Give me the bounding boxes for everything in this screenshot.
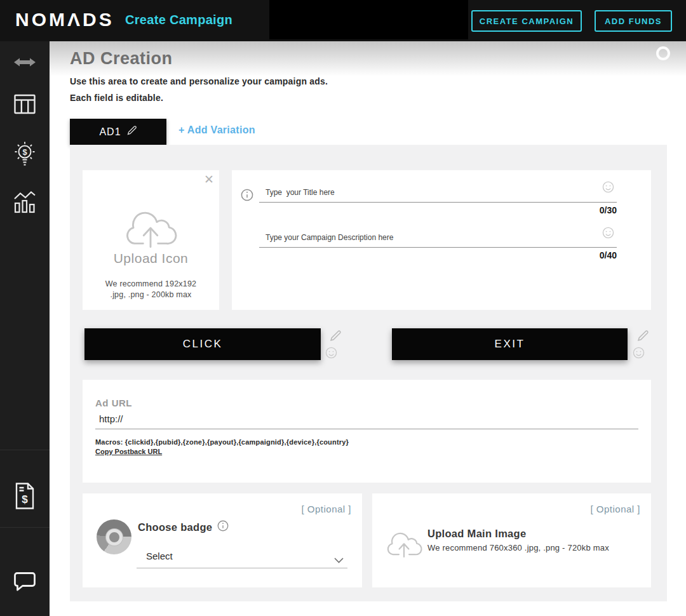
edit-pencil-icon[interactable] bbox=[636, 330, 649, 345]
page-subtitle-2: Each field is editable. bbox=[70, 93, 163, 103]
emoji-icon[interactable] bbox=[633, 347, 645, 361]
upload-icon-label: Upload Icon bbox=[83, 251, 219, 266]
choose-badge-label: Choose badge bbox=[138, 521, 212, 533]
app-header: NOMΛDS Create Campaign CREATE CAMPAIGN A… bbox=[0, 0, 686, 41]
ad-form-panel: ✕ Upload Icon We recommend 192x192 .jpg,… bbox=[70, 145, 667, 601]
sidebar-item-billing[interactable]: $ bbox=[0, 482, 50, 512]
svg-text:$: $ bbox=[22, 493, 28, 506]
sidebar-item-campaigns[interactable] bbox=[0, 93, 50, 118]
create-campaign-button[interactable]: CREATE CAMPAIGN bbox=[471, 10, 582, 32]
ad-text-card: 0/30 0/40 bbox=[232, 170, 651, 310]
emoji-icon[interactable] bbox=[325, 347, 337, 361]
macros-text: Macros: {clickid},{pubid},{zone},{payout… bbox=[95, 438, 349, 446]
add-variation-link[interactable]: + Add Variation bbox=[178, 124, 255, 136]
upload-main-image-label: Upload Main Image bbox=[427, 528, 526, 540]
page-subtitle-1: Use this area to create and personalize … bbox=[70, 76, 328, 86]
sidebar-item-smart-bid[interactable]: $ bbox=[0, 139, 50, 171]
invoice-dollar-icon: $ bbox=[14, 482, 36, 512]
sidebar: $ $ bbox=[0, 41, 50, 616]
optional-tag: [ Optional ] bbox=[301, 504, 351, 514]
optional-tag: [ Optional ] bbox=[590, 504, 640, 514]
badge-select-dropdown[interactable]: Select bbox=[137, 547, 347, 568]
upload-icon-recommend-1: We recommend 192x192 bbox=[83, 279, 219, 288]
upload-icon-dropzone[interactable]: ✕ Upload Icon We recommend 192x192 .jpg,… bbox=[83, 170, 219, 310]
description-char-counter: 0/40 bbox=[259, 250, 617, 260]
exit-cta-button[interactable]: EXIT bbox=[392, 328, 628, 360]
click-cta-button[interactable]: CLICK bbox=[84, 328, 321, 360]
choose-badge-card: [ Optional ] Choose badge Select bbox=[83, 493, 362, 587]
ad-url-card: Ad URL Macros: {clickid},{pubid},{zone},… bbox=[83, 380, 651, 483]
tab-ad1-label: AD1 bbox=[99, 126, 121, 138]
redacted-block bbox=[269, 0, 468, 39]
cloud-upload-icon bbox=[122, 206, 179, 254]
sidebar-divider bbox=[0, 527, 50, 528]
main-content: AD Creation Use this area to create and … bbox=[50, 41, 686, 616]
info-icon[interactable] bbox=[241, 189, 253, 204]
emoji-icon[interactable] bbox=[602, 227, 614, 241]
ad-title-input[interactable] bbox=[259, 184, 617, 203]
page-title-header: Create Campaign bbox=[125, 13, 232, 27]
stats-chart-icon bbox=[12, 189, 37, 217]
title-char-counter: 0/30 bbox=[259, 205, 617, 215]
badge-select-value: Select bbox=[146, 551, 173, 561]
cloud-upload-icon bbox=[384, 528, 424, 563]
campaigns-table-icon bbox=[13, 93, 36, 118]
ad-url-input[interactable] bbox=[95, 410, 638, 429]
edit-pencil-icon bbox=[126, 125, 137, 138]
spinner-ring bbox=[656, 46, 670, 60]
upload-main-image-dropzone[interactable]: [ Optional ] Upload Main Image We recomm… bbox=[372, 493, 651, 587]
tab-ad1[interactable]: AD1 bbox=[70, 119, 166, 145]
info-icon[interactable] bbox=[217, 520, 229, 534]
svg-text:$: $ bbox=[22, 147, 27, 157]
chevron-down-icon bbox=[334, 554, 344, 566]
close-icon[interactable]: ✕ bbox=[204, 173, 214, 187]
nomads-logo[interactable]: NOMΛDS bbox=[15, 9, 114, 30]
sidebar-divider bbox=[0, 450, 50, 450]
add-funds-button[interactable]: ADD FUNDS bbox=[595, 10, 672, 32]
ad-description-input[interactable] bbox=[259, 229, 617, 248]
copy-postback-url-link[interactable]: Copy Postback URL bbox=[95, 448, 162, 455]
upload-main-image-recommend: We recommend 760x360 .jpg, .png - 720kb … bbox=[427, 543, 609, 552]
expand-arrows-icon bbox=[14, 57, 36, 70]
chrome-badge-icon bbox=[97, 519, 131, 554]
sidebar-item-statistics[interactable] bbox=[0, 189, 50, 217]
chat-bubble-icon bbox=[13, 571, 37, 595]
emoji-icon[interactable] bbox=[602, 181, 614, 196]
bulb-dollar-icon: $ bbox=[12, 139, 37, 171]
edit-pencil-icon[interactable] bbox=[329, 330, 342, 345]
upload-icon-recommend-2: .jpg, .png - 200kb max bbox=[83, 290, 219, 299]
ad-url-label: Ad URL bbox=[95, 398, 132, 408]
sidebar-item-collapse[interactable] bbox=[0, 57, 50, 70]
page-heading: AD Creation bbox=[70, 49, 173, 69]
sidebar-item-chat[interactable] bbox=[0, 571, 50, 595]
